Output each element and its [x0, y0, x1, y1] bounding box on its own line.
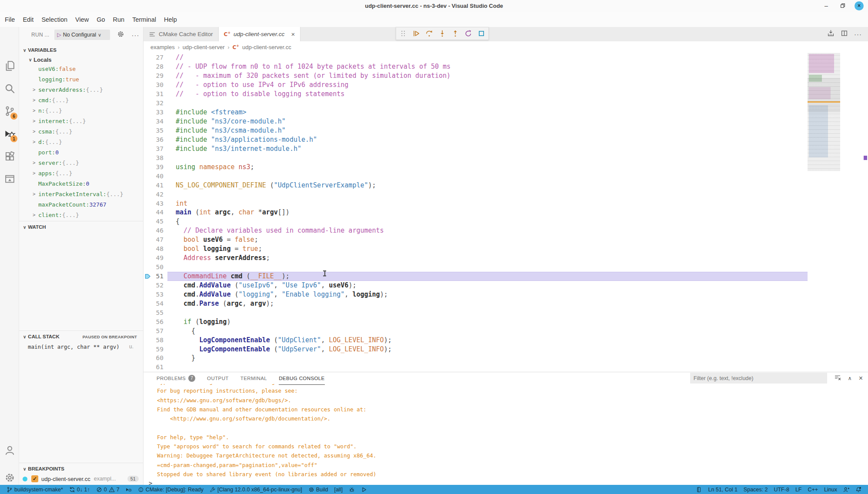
panel-tab-terminal[interactable]: TERMINAL	[240, 372, 267, 384]
activitybar-item-testing[interactable]	[0, 169, 19, 189]
step-out-button[interactable]	[451, 29, 460, 38]
line-number[interactable]: 28	[151, 63, 164, 70]
code-line-47[interactable]: 47 bool useV6 = false;	[144, 235, 868, 244]
breakpoint-gutter[interactable]	[144, 162, 151, 171]
chevron-right-icon[interactable]: >	[33, 108, 38, 113]
code-text[interactable]: // Declare variables used in command-lin…	[164, 227, 384, 234]
restart-button[interactable]	[464, 29, 473, 38]
panel-tab-output[interactable]: OUTPUT	[207, 372, 229, 384]
menu-item-selection[interactable]: Selection	[37, 12, 71, 27]
breakpoint-gutter[interactable]	[144, 108, 151, 117]
breakpoint-gutter[interactable]	[144, 254, 151, 263]
code-text[interactable]: // - maximum of 320 packets sent (or lim…	[164, 72, 451, 80]
breakpoint-gutter[interactable]	[144, 180, 151, 190]
chevron-right-icon[interactable]: >	[33, 118, 38, 124]
breakpoint-gutter[interactable]	[144, 117, 151, 126]
status-cmake-build[interactable]: Build	[305, 485, 331, 494]
locals-scope[interactable]: ∨ Locals	[19, 55, 143, 64]
activitybar-item-run-and-debug[interactable]: 1	[0, 124, 19, 144]
status-cmake-target[interactable]: [all]	[331, 485, 345, 494]
status-eol[interactable]: LF	[792, 485, 805, 494]
code-line-55[interactable]: 55	[144, 308, 868, 317]
start-debug-icon[interactable]: ▷	[57, 32, 61, 38]
clear-console-icon[interactable]	[834, 374, 841, 383]
breakpoints-section-header[interactable]: ∨ BREAKPOINTS	[19, 464, 143, 474]
menu-item-view[interactable]: View	[71, 12, 93, 27]
status-encoding[interactable]: UTF-8	[771, 485, 792, 494]
chevron-right-icon[interactable]: >	[33, 212, 38, 217]
code-line-52[interactable]: 52 cmd.AddValue ("useIpv6", "Use Ipv6", …	[144, 281, 868, 290]
views-more-actions-icon[interactable]: ···	[131, 31, 139, 39]
code-text[interactable]: bool useV6 = false;	[164, 236, 258, 244]
code-text[interactable]: }	[164, 354, 195, 362]
line-number[interactable]: 42	[151, 191, 164, 198]
stack-frame-main[interactable]: main(int argc, char ** argv) u.	[19, 341, 143, 352]
chevron-right-icon[interactable]: >	[33, 129, 38, 134]
line-number[interactable]: 44	[151, 209, 164, 216]
breakpoint-gutter[interactable]	[144, 80, 151, 90]
panel-tab-debug-console[interactable]: DEBUG CONSOLE	[279, 372, 325, 384]
line-number[interactable]: 49	[151, 254, 164, 261]
line-number[interactable]: 39	[151, 164, 164, 170]
activitybar-item-search[interactable]	[0, 78, 19, 98]
breakpoint-gutter[interactable]	[144, 326, 151, 335]
code-line-29[interactable]: 29// - maximum of 320 packets sent (or l…	[144, 71, 868, 80]
split-editor-icon[interactable]	[841, 30, 848, 39]
variable-row-client[interactable]: >client: {...}	[19, 210, 143, 220]
code-line-38[interactable]: 38	[144, 153, 868, 162]
line-number[interactable]: 51	[151, 273, 164, 280]
status-language-mode[interactable]: C++	[805, 485, 821, 494]
line-number[interactable]: 59	[151, 346, 164, 353]
breadcrumb-item-udp-client-server-cc[interactable]: udp-client-server.cc	[242, 44, 291, 50]
breakpoint-gutter[interactable]	[144, 344, 151, 354]
code-text[interactable]: cmd.Parse (argc, argv);	[164, 300, 274, 307]
variable-row-server[interactable]: >server: {...}	[19, 157, 143, 168]
breadcrumb-item-examples[interactable]: examples	[150, 44, 175, 50]
code-line-43[interactable]: 43int	[144, 199, 868, 208]
activitybar-item-extensions[interactable]	[0, 146, 19, 166]
code-line-33[interactable]: 33#include <fstream>	[144, 108, 868, 117]
line-number[interactable]: 53	[151, 291, 164, 298]
close-tab-icon[interactable]: ×	[291, 30, 295, 38]
status-sync-status[interactable]: 0↓ 1↑	[66, 485, 93, 494]
line-number[interactable]: 46	[151, 227, 164, 234]
code-line-36[interactable]: 36#include "ns3/applications-module.h"	[144, 135, 868, 144]
close-icon[interactable]: ×	[855, 1, 864, 10]
line-number[interactable]: 55	[151, 309, 164, 316]
line-number[interactable]: 57	[151, 327, 164, 334]
code-line-42[interactable]: 42	[144, 190, 868, 199]
status-cursor-position[interactable]: Ln 51, Col 1	[705, 485, 740, 494]
code-text[interactable]: // - option to disable logging statement…	[164, 90, 344, 98]
minimize-icon[interactable]: –	[821, 1, 831, 10]
code-line-45[interactable]: 45{	[144, 217, 868, 226]
code-line-59[interactable]: 59 LogComponentEnable ("UdpServer", LOG_…	[144, 344, 868, 354]
variable-row-d[interactable]: >d: {...}	[19, 137, 143, 147]
code-text[interactable]: CommandLine cmd (__FILE__);	[164, 272, 290, 280]
code-line-50[interactable]: 50	[144, 263, 868, 272]
code-line-56[interactable]: 56 if (logging)	[144, 317, 868, 326]
code-line-49[interactable]: 49 Address serverAddress;	[144, 254, 868, 263]
line-number[interactable]: 32	[151, 100, 164, 107]
breakpoint-gutter[interactable]	[144, 299, 151, 308]
code-line-54[interactable]: 54 cmd.Parse (argc, argv);	[144, 299, 868, 308]
line-number[interactable]: 36	[151, 136, 164, 143]
code-text[interactable]: cmd.AddValue ("logging", "Enable logging…	[164, 290, 388, 298]
code-text[interactable]: main (int argc, char *argv[])	[164, 208, 290, 216]
code-text[interactable]: using namespace ns3;	[164, 163, 254, 171]
code-text[interactable]: bool logging = true;	[164, 245, 262, 253]
activitybar-item-source-control[interactable]: 6	[0, 101, 19, 121]
watch-section-header[interactable]: ∨ WATCH	[19, 222, 143, 232]
variable-row-cmd[interactable]: >cmd: {...}	[19, 95, 143, 105]
breakpoint-gutter[interactable]	[144, 217, 151, 226]
chevron-right-icon[interactable]: >	[33, 191, 38, 197]
maximize-panel-icon[interactable]: ∧	[848, 375, 852, 381]
code-line-31[interactable]: 31// - option to disable logging stateme…	[144, 90, 868, 99]
overview-ruler[interactable]	[862, 53, 868, 372]
variable-row-internet[interactable]: >internet: {...}	[19, 116, 143, 126]
chevron-right-icon[interactable]: >	[33, 139, 38, 144]
variable-row-interPacketInterval[interactable]: >interPacketInterval: {...}	[19, 189, 143, 199]
code-line-46[interactable]: 46 // Declare variables used in command-…	[144, 226, 868, 235]
line-number[interactable]: 54	[151, 300, 164, 307]
status-notifications[interactable]	[852, 485, 865, 494]
breakpoint-gutter[interactable]	[144, 354, 151, 363]
